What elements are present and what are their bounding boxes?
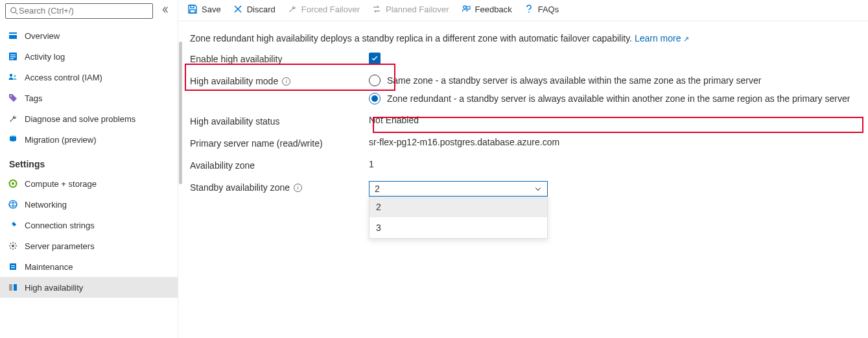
radio-same-zone-label: Same zone - a standby server is always a… xyxy=(387,75,761,86)
connection-icon xyxy=(8,220,18,230)
radio-same-zone[interactable]: Same zone - a standby server is always a… xyxy=(369,75,856,86)
radio-circle-icon xyxy=(369,75,381,86)
faqs-label: FAQs xyxy=(538,5,559,14)
sidebar-item-overview[interactable]: Overview xyxy=(0,25,178,46)
svg-rect-22 xyxy=(190,10,195,13)
sidebar-item-label: Connection strings xyxy=(25,221,95,230)
availability-zone-label: Availability zone xyxy=(190,159,369,171)
enable-ha-checkbox[interactable] xyxy=(369,53,381,64)
svg-rect-16 xyxy=(10,263,16,270)
overview-icon xyxy=(8,30,18,41)
sidebar-item-server-parameters[interactable]: Server parameters xyxy=(0,235,178,256)
sidebar-item-connection-strings[interactable]: Connection strings xyxy=(0,215,178,235)
learn-more-link[interactable]: Learn more ↗ xyxy=(635,33,689,43)
info-icon[interactable]: i xyxy=(282,77,290,86)
help-icon xyxy=(524,4,534,14)
external-link-icon: ↗ xyxy=(683,35,689,43)
svg-rect-4 xyxy=(10,56,16,57)
planned-failover-label: Planned Failover xyxy=(386,5,449,14)
svg-point-15 xyxy=(12,245,14,247)
primary-server-name-value: sr-flex-pg12-m16.postgres.database.azure… xyxy=(369,137,856,147)
feedback-button[interactable]: Feedback xyxy=(461,4,512,14)
sidebar-item-label: Tags xyxy=(25,93,42,103)
faqs-button[interactable]: FAQs xyxy=(524,4,559,14)
tags-icon xyxy=(8,93,18,103)
select-option-3[interactable]: 3 xyxy=(369,217,547,238)
discard-icon xyxy=(233,4,243,14)
svg-rect-20 xyxy=(14,284,17,291)
sidebar-item-diagnose[interactable]: Diagnose and solve problems xyxy=(0,108,178,129)
sidebar-item-label: Maintenance xyxy=(25,262,73,272)
svg-rect-3 xyxy=(10,54,16,55)
sidebar-item-label: Migration (preview) xyxy=(25,135,97,145)
scrollbar-thumb[interactable] xyxy=(179,42,182,184)
svg-rect-21 xyxy=(191,5,194,8)
radio-circle-selected-icon xyxy=(369,93,381,104)
svg-point-25 xyxy=(463,6,465,8)
svg-point-6 xyxy=(10,74,12,77)
standby-zone-select[interactable]: 2 xyxy=(369,181,548,197)
networking-icon xyxy=(8,199,18,210)
svg-rect-19 xyxy=(9,284,12,291)
forced-failover-button: Forced Failover xyxy=(287,4,360,14)
sidebar-item-activity-log[interactable]: Activity log xyxy=(0,46,178,67)
sidebar-item-label: High availability xyxy=(25,283,83,293)
ha-icon xyxy=(8,282,18,293)
radio-zone-redundant[interactable]: Zone redundant - a standby server is alw… xyxy=(369,93,856,104)
search-input[interactable] xyxy=(19,6,148,16)
sidebar-item-networking[interactable]: Networking xyxy=(0,194,178,215)
wrench-icon xyxy=(8,114,18,124)
sidebar-item-label: Access control (IAM) xyxy=(25,73,102,82)
svg-point-0 xyxy=(11,7,16,12)
forced-failover-label: Forced Failover xyxy=(301,5,360,14)
activity-log-icon xyxy=(8,51,18,62)
availability-zone-value: 1 xyxy=(369,159,856,169)
save-button[interactable]: Save xyxy=(187,4,221,14)
sidebar-item-maintenance[interactable]: Maintenance xyxy=(0,256,178,277)
access-control-icon xyxy=(8,72,18,82)
sidebar-item-access-control[interactable]: Access control (IAM) xyxy=(0,67,178,88)
ha-mode-label: High availability mode xyxy=(190,76,278,86)
compute-icon xyxy=(8,178,18,189)
standby-zone-selected: 2 xyxy=(375,184,380,194)
planned-failover-button: Planned Failover xyxy=(371,4,449,14)
info-icon[interactable]: i xyxy=(294,184,302,192)
svg-line-1 xyxy=(16,12,18,14)
discard-button[interactable]: Discard xyxy=(233,4,276,14)
sidebar-item-label: Activity log xyxy=(25,52,65,62)
svg-point-8 xyxy=(10,95,12,97)
sidebar-item-migration[interactable]: Migration (preview) xyxy=(0,129,178,150)
sidebar-item-tags[interactable]: Tags xyxy=(0,88,178,108)
save-label: Save xyxy=(202,5,221,14)
sidebar-item-label: Networking xyxy=(25,200,67,210)
standby-zone-label: Standby availability zone xyxy=(190,182,290,193)
search-input-wrapper[interactable] xyxy=(5,3,153,19)
enable-ha-label: Enable high availability xyxy=(190,53,369,64)
toolbar: Save Discard Forced Failover Planned Fai… xyxy=(178,0,868,21)
search-icon xyxy=(10,6,19,16)
feedback-label: Feedback xyxy=(475,5,512,14)
migration-icon xyxy=(8,134,18,145)
discard-label: Discard xyxy=(247,5,276,14)
maintenance-icon xyxy=(8,261,18,272)
svg-point-11 xyxy=(12,182,14,185)
forced-failover-icon xyxy=(287,4,298,14)
save-icon xyxy=(187,4,198,14)
svg-rect-5 xyxy=(10,58,14,59)
sidebar-section-settings: Settings xyxy=(0,150,178,173)
gear-icon xyxy=(8,241,18,251)
sidebar-item-label: Compute + storage xyxy=(25,179,97,189)
svg-rect-18 xyxy=(11,267,15,268)
ha-status-value: Not Enabled xyxy=(369,115,856,125)
select-option-2[interactable]: 2 xyxy=(369,197,547,217)
svg-point-26 xyxy=(528,12,530,13)
chevron-double-left-icon xyxy=(161,5,170,14)
sidebar-collapse-button[interactable] xyxy=(158,3,172,19)
svg-point-7 xyxy=(14,75,16,77)
primary-server-name-label: Primary server name (read/write) xyxy=(190,137,369,149)
sidebar-item-high-availability[interactable]: High availability xyxy=(0,277,178,298)
ha-status-label: High availability status xyxy=(190,115,369,127)
sidebar-item-compute-storage[interactable]: Compute + storage xyxy=(0,173,178,194)
radio-zone-redundant-label: Zone redundant - a standby server is alw… xyxy=(387,93,850,104)
feedback-icon xyxy=(461,4,471,14)
